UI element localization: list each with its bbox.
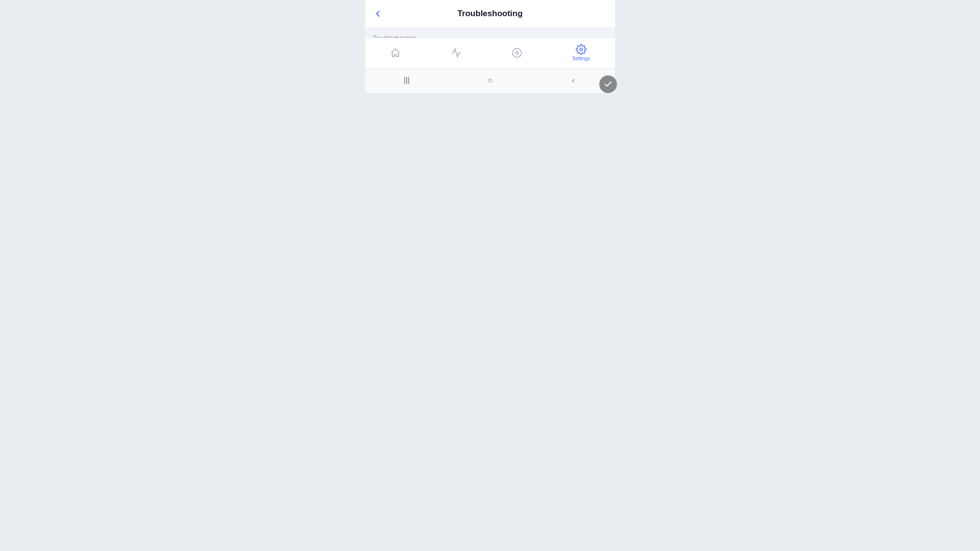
- nav-label-settings: Settings: [572, 56, 590, 61]
- home-icon: [390, 48, 401, 58]
- activity-icon: [451, 48, 462, 58]
- page-title: Troubleshooting: [457, 9, 522, 19]
- nav-item-activity[interactable]: [445, 46, 467, 60]
- header: Troubleshooting: [365, 0, 615, 28]
- svg-point-0: [513, 48, 521, 57]
- android-back-button[interactable]: ‹: [564, 73, 583, 87]
- bottom-nav: Settings: [365, 38, 615, 68]
- nav-item-devices[interactable]: [506, 46, 528, 60]
- android-nav: ||| ○ ‹: [365, 68, 615, 93]
- nav-item-home[interactable]: [384, 46, 407, 60]
- devices-icon: [512, 48, 522, 58]
- content-area: Troubleshooting My device won't connect …: [365, 28, 615, 38]
- nav-item-settings[interactable]: Settings: [566, 42, 596, 63]
- check-icon: [604, 80, 612, 89]
- android-menu-button[interactable]: |||: [397, 73, 416, 87]
- svg-point-2: [580, 48, 583, 51]
- settings-icon: [576, 44, 587, 55]
- back-button[interactable]: [373, 9, 383, 19]
- svg-point-1: [515, 51, 518, 54]
- troubleshooting-section-label: Troubleshooting: [365, 28, 615, 38]
- android-home-button[interactable]: ○: [480, 73, 500, 87]
- floating-badge: [599, 75, 617, 93]
